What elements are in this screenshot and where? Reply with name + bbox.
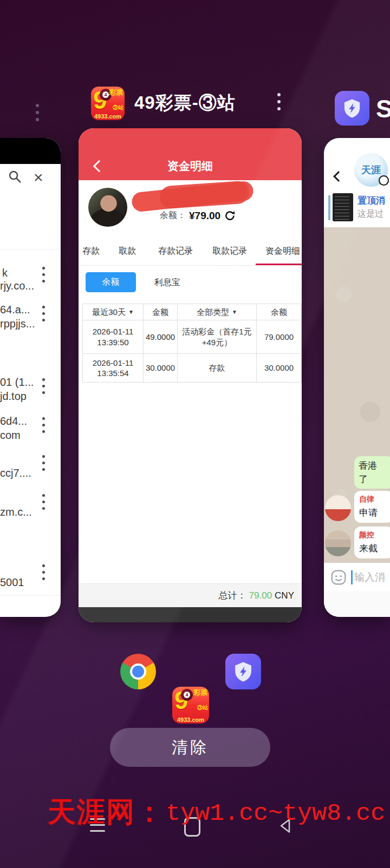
watermark-site-name: 天涯网： <box>48 793 165 831</box>
list-item[interactable]: 64.a... <box>0 304 30 316</box>
item-menu-icon[interactable] <box>42 378 45 394</box>
active-tab-underline <box>256 264 302 265</box>
outgoing-message-bubble: 香港了 <box>354 456 390 489</box>
chevron-down-icon: ▼ <box>232 308 237 315</box>
balance-row: 余额： ¥79.00 <box>160 209 236 222</box>
divider <box>0 249 61 249</box>
shield-app-dock-icon[interactable] <box>225 654 261 689</box>
smiley-icon[interactable] <box>330 569 347 586</box>
list-item[interactable]: 5001 <box>0 576 24 589</box>
left-card-top-bar <box>0 138 61 164</box>
cell-type: 存款 <box>178 354 257 383</box>
total-value: 79.00 <box>249 590 272 601</box>
sender-name: 自律 <box>359 495 388 504</box>
pinned-thumbnail <box>333 193 353 221</box>
funds-table: 最近30天▼ 金额 全部类型▼ 余额 2026-01-1113:39:50 49… <box>82 304 302 383</box>
pinned-message-title[interactable]: 置顶消 <box>358 194 385 207</box>
right-app-title: S <box>376 94 390 123</box>
balance-value: ¥79.00 <box>189 210 220 222</box>
refresh-icon[interactable] <box>224 209 236 222</box>
avatar[interactable] <box>325 530 351 556</box>
text-cursor <box>351 570 353 584</box>
search-icon[interactable] <box>8 169 23 185</box>
tab-funds-detail[interactable]: 资金明细 <box>265 246 300 257</box>
chat-group-logo: 天涯 <box>354 153 388 187</box>
close-icon[interactable]: × <box>34 168 43 187</box>
list-item[interactable]: rjy.co... <box>0 280 34 292</box>
table-header-row: 最近30天▼ 金额 全部类型▼ 余额 <box>83 304 302 320</box>
app-options-menu-icon[interactable] <box>277 93 281 110</box>
shield-app-icon <box>335 91 369 126</box>
tab-withdraw[interactable]: 取款 <box>119 246 136 257</box>
sender-name: 颜控 <box>359 530 388 540</box>
balance-column-header: 余额 <box>257 304 302 320</box>
tab-deposit[interactable]: 存款 <box>82 246 100 257</box>
item-menu-icon[interactable] <box>42 455 45 471</box>
tab-deposit-records[interactable]: 存款记录 <box>158 246 193 257</box>
total-label: 总计： <box>219 589 246 602</box>
shield-glyph-icon <box>232 660 255 683</box>
list-item[interactable]: rppjjs... <box>0 318 35 330</box>
username-scribble-mask <box>159 180 250 209</box>
logo-badge <box>379 175 389 186</box>
balance-subtab-button[interactable]: 余额 <box>86 272 136 292</box>
prev-app-menu-icon[interactable] <box>36 104 39 121</box>
tab-withdraw-records[interactable]: 取款记录 <box>212 246 247 257</box>
total-currency: CNY <box>275 590 294 601</box>
table-row: 2026-01-1113:35:54 30.0000 存款 30.0000 <box>83 354 302 383</box>
logo-text: 天涯 <box>361 163 381 176</box>
type-filter-dropdown[interactable]: 全部类型▼ <box>178 304 257 320</box>
list-item[interactable]: jd.top <box>0 390 27 403</box>
back-icon[interactable] <box>333 171 344 182</box>
lottery-app-dock-icon[interactable]: 9 4 彩票 ③站 4933.com <box>172 687 209 724</box>
list-item[interactable]: ccj7.... <box>0 467 31 479</box>
item-menu-icon[interactable] <box>42 267 45 282</box>
task-switcher-screen: 9 4 彩票 ③站 4933.com 49彩票-③站 S × k rjy.co.… <box>0 0 390 868</box>
tab-bar: 存款 取款 存款记录 取款记录 资金明细 <box>79 238 302 266</box>
incoming-message-bubble: 自律 申请 <box>354 491 390 523</box>
list-item[interactable]: k <box>2 267 8 279</box>
cell-amount: 30.0000 <box>144 354 178 383</box>
card-bottom-bar <box>79 607 302 622</box>
date-filter-dropdown[interactable]: 最近30天▼ <box>83 304 144 320</box>
message-input[interactable]: 输入消 <box>324 563 390 591</box>
lottery-app-icon: 9 4 彩票 ③站 4933.com <box>91 87 125 120</box>
cell-type: 活动彩金（首存1元+49元） <box>178 320 257 354</box>
message-text: 来截 <box>359 542 388 555</box>
avatar[interactable] <box>325 495 351 521</box>
list-item[interactable]: 6d4... <box>0 415 27 428</box>
lottery-icon-station: ③站 <box>113 104 123 111</box>
chrome-icon[interactable] <box>120 654 156 689</box>
lottery-icon-domain: 4933.com <box>91 113 125 120</box>
interest-subtab[interactable]: 利息宝 <box>154 277 180 288</box>
page-title: 资金明细 <box>79 159 302 174</box>
cell-datetime: 2026-01-1113:39:50 <box>83 320 144 354</box>
list-item[interactable]: com <box>0 429 21 442</box>
right-app-card[interactable]: 天涯 置顶消 这是过 香港了 自律 申请 颜控 来截 输入消 <box>324 138 390 617</box>
card-bottom-area <box>324 591 390 617</box>
chevron-down-icon: ▼ <box>128 308 134 315</box>
cell-datetime: 2026-01-1113:35:54 <box>83 354 144 383</box>
watermark-urls: tyw1.cc~tyw8.cc <box>166 800 385 827</box>
amount-column-header: 金额 <box>144 304 178 320</box>
item-menu-icon[interactable] <box>42 417 45 433</box>
funds-detail-card[interactable]: 资金明细 余额： ¥79.00 存款 取款 存款记录 取款记录 资金明细 余额 … <box>79 128 302 622</box>
billiard-ball-icon: 4 <box>181 689 193 701</box>
left-app-card[interactable]: × k rjy.co... 64.a... rppjjs... 01 (1...… <box>0 138 61 617</box>
balance-label: 余额： <box>160 210 186 221</box>
avatar <box>88 188 127 227</box>
total-bar: 总计： 79.00 CNY <box>79 583 302 607</box>
current-app-title: 49彩票-③站 <box>134 91 264 115</box>
item-menu-icon[interactable] <box>42 306 45 321</box>
table-row: 2026-01-1113:39:50 49.0000 活动彩金（首存1元+49元… <box>83 320 302 354</box>
list-item[interactable]: zm.c... <box>0 506 32 518</box>
item-menu-icon[interactable] <box>42 494 45 510</box>
message-text: 申请 <box>359 507 388 519</box>
clear-all-button[interactable]: 清除 <box>110 728 270 767</box>
lottery-icon-chars: 彩票 <box>109 89 123 96</box>
cell-balance: 79.0000 <box>257 320 302 354</box>
list-item[interactable]: 01 (1... <box>0 376 34 389</box>
shield-glyph-icon <box>341 97 363 119</box>
item-menu-icon[interactable] <box>42 564 45 580</box>
incoming-message-bubble: 颜控 来截 <box>354 527 390 558</box>
